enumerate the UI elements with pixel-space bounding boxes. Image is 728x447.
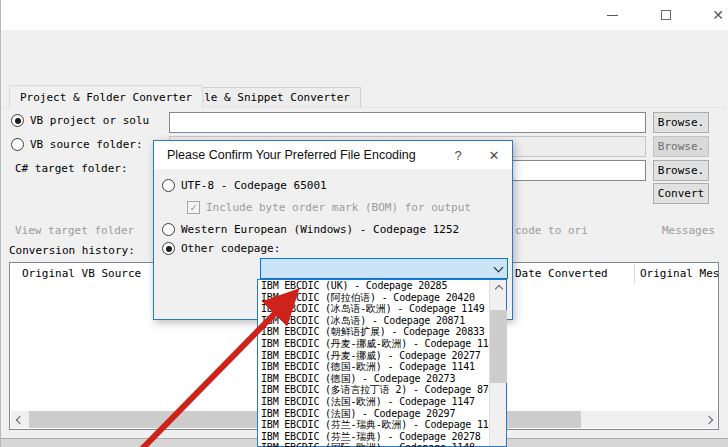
dropdown-item[interactable]: IBM EBCDIC (冰岛语) - Codepage 20871 [259,315,489,327]
other-codepage-radio-label: Other codepage: [181,242,280,255]
dropdown-item[interactable]: IBM EBCDIC (法国) - Codepage 20297 [259,408,489,420]
browse-project-button[interactable]: Browse. [653,112,709,133]
other-codepage-radio[interactable]: Other codepage: [162,242,280,255]
maximize-button[interactable] [651,6,681,24]
utf8-radio-label: UTF-8 - Codepage 65001 [181,179,327,192]
dropdown-item[interactable]: IBM EBCDIC (国际-欧洲) - Codepage 1148 [259,442,489,447]
radio-icon [162,223,175,236]
dropdown-item[interactable]: IBM EBCDIC (法国-欧洲) - Codepage 1147 [259,396,489,408]
dropdown-item[interactable]: IBM EBCDIC (丹麦-挪威) - Codepage 20277 [259,350,489,362]
close-icon: ✕ [712,7,724,23]
dropdown-item[interactable]: IBM EBCDIC (UK) - Codepage 20285 [259,280,489,292]
chevron-left-icon [15,415,23,423]
dialog-close-button[interactable]: ✕ [478,141,510,169]
dropdown-item[interactable]: IBM EBCDIC (多语言拉丁语 2) - Codepage 870 [259,384,489,396]
column-header-original-vb-source[interactable]: Original VB Source [22,267,141,280]
minimize-icon [607,15,618,16]
checkbox-icon: ✓ [187,201,200,214]
dropdown-item[interactable]: IBM EBCDIC (德国) - Codepage 20273 [259,373,489,385]
scroll-up-button[interactable] [490,280,507,297]
codepage-dropdown-list: IBM EBCDIC (UK) - Codepage 20285 IBM EBC… [257,279,507,447]
dropdown-items: IBM EBCDIC (UK) - Codepage 20285 IBM EBC… [259,280,489,447]
messages-label: Messages [662,224,715,237]
bom-checkbox: ✓ Include byte order mark (BOM) for outp… [187,201,471,214]
dropdown-item[interactable]: IBM EBCDIC (冰岛语-欧洲) - Codepage 1149 [259,303,489,315]
radio-icon [162,242,175,255]
tab-file-snippet-converter[interactable]: File & Snippet Converter [180,87,361,108]
conversion-history-label: Conversion history: [9,244,135,257]
western-european-radio[interactable]: Western European (Windows) - Codepage 12… [162,223,459,236]
radio-icon [162,179,175,192]
vb-project-radio-label: VB project or solu [30,114,149,127]
dropdown-item[interactable]: IBM EBCDIC (丹麦-挪威-欧洲) - Codepage 1142 [259,338,489,350]
dropdown-item[interactable]: IBM EBCDIC (德国-欧洲) - Codepage 1141 [259,361,489,373]
vb-project-path-input[interactable] [169,112,646,133]
utf8-radio[interactable]: UTF-8 - Codepage 65001 [162,179,327,192]
chevron-up-icon [494,284,502,292]
convert-button[interactable]: Convert [653,183,709,204]
app-window: ✕ Project & Folder Converter File & Snip… [0,0,728,447]
tab-label: Project & Folder Converter [20,91,192,104]
dialog-title: Please Confirm Your Preferred File Encod… [167,148,416,162]
target-folder-label: C# target folder: [15,162,128,175]
browse-source-button: Browse. [653,136,709,157]
vertical-scrollbar[interactable] [489,280,506,446]
view-target-folder-link: View target folder [15,224,134,237]
vb-source-radio[interactable]: VB source folder: [11,138,143,151]
dropdown-item[interactable]: IBM EBCDIC (阿拉伯语) - Codepage 20420 [259,292,489,304]
dialog-help-button[interactable]: ? [442,141,474,169]
dropdown-item[interactable]: IBM EBCDIC (芬兰-瑞典) - Codepage 20278 [259,431,489,443]
radio-icon [11,114,24,127]
scroll-left-button[interactable] [11,411,28,428]
tab-project-folder-converter[interactable]: Project & Folder Converter [9,85,203,108]
minimize-button[interactable] [597,6,627,24]
chevron-right-icon [704,415,712,423]
column-separator[interactable] [634,265,635,283]
maximize-icon [661,10,671,20]
chevron-down-icon [494,263,504,273]
vb-project-radio[interactable]: VB project or solu [11,114,149,127]
vb-source-radio-label: VB source folder: [30,138,143,151]
close-button[interactable]: ✕ [703,6,728,24]
bom-checkbox-label: Include byte order mark (BOM) for output [206,201,471,214]
scrollbar-thumb[interactable] [490,310,507,383]
dropdown-item[interactable]: IBM EBCDIC (朝鲜语扩展) - Codepage 20833 [259,326,489,338]
column-header-date-converted[interactable]: Date Converted [515,267,608,280]
code-to-ori-label: code to ori [515,224,588,237]
codepage-combobox[interactable] [260,258,508,279]
column-header-original-message[interactable]: Original Mes [640,267,719,280]
western-european-radio-label: Western European (Windows) - Codepage 12… [181,223,459,236]
scroll-right-button[interactable] [700,411,717,428]
tab-label: File & Snippet Converter [191,91,350,104]
radio-icon [11,138,24,151]
dropdown-item[interactable]: IBM EBCDIC (芬兰-瑞典-欧洲) - Codepage 1143 [259,419,489,431]
browse-target-button[interactable]: Browse. [653,160,709,181]
